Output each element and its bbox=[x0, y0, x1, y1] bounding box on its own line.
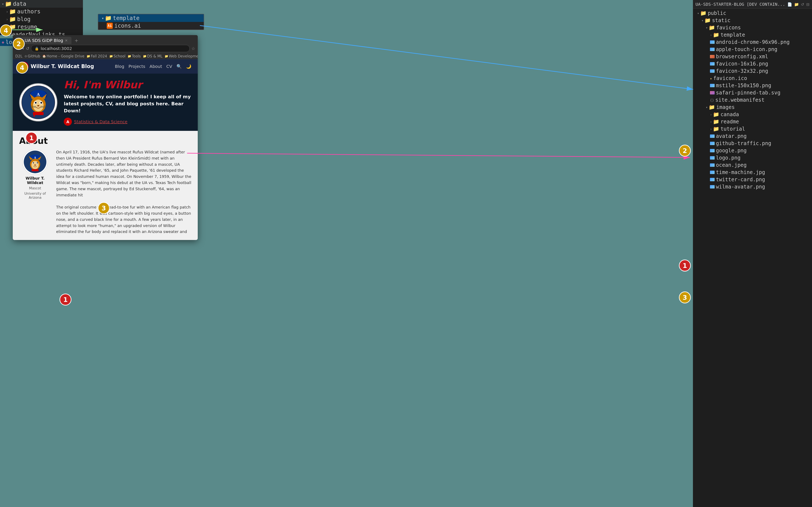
svg-line-34 bbox=[187, 153, 690, 158]
blog-folder[interactable]: › 📁 blog bbox=[0, 15, 83, 23]
svg-text:A: A bbox=[37, 92, 40, 97]
search-icon[interactable]: 🔍 bbox=[177, 64, 182, 69]
github-traffic-file[interactable]: github-traffic.png bbox=[693, 140, 812, 147]
nav-projects[interactable]: Projects bbox=[128, 64, 145, 69]
svg-point-30 bbox=[34, 164, 36, 166]
bookmark-github[interactable]: ⊙ GitHub bbox=[24, 54, 40, 58]
about-avatar-col: A Wilbur T. Wildcat M bbox=[19, 149, 51, 235]
theme-toggle[interactable]: 🌙 bbox=[186, 64, 191, 69]
annotation-badge-2-browser: 2 bbox=[13, 38, 25, 50]
authors-folder[interactable]: › 📁 authors bbox=[0, 8, 83, 15]
about-title: About bbox=[19, 136, 191, 146]
wilma-avatar-file[interactable]: wilma-avatar.png bbox=[693, 183, 812, 190]
annotation-badge-1-hero: 1 bbox=[25, 132, 38, 144]
svg-rect-31 bbox=[32, 169, 39, 171]
site-webmanifest-file[interactable]: {} site.webmanifest bbox=[693, 96, 812, 104]
collapse-icon[interactable]: ⊟ bbox=[806, 2, 809, 7]
android-chrome-file[interactable]: android-chrome-96x96.png bbox=[693, 39, 812, 46]
svg-point-29 bbox=[37, 162, 38, 164]
address-bar[interactable]: 🔒 localhost:3002 bbox=[31, 45, 190, 52]
data-folder[interactable]: ▾ 📁 data bbox=[0, 0, 83, 8]
template-popup: ▾ 📁 template Ai icons.ai bbox=[98, 14, 204, 30]
refresh-icon[interactable]: ↺ bbox=[801, 2, 804, 7]
ua-logo-small: A bbox=[64, 118, 72, 126]
canada-folder[interactable]: ›📁canada bbox=[693, 111, 812, 118]
svg-rect-18 bbox=[34, 113, 35, 117]
bookmark-school[interactable]: 📁 School bbox=[109, 54, 125, 58]
public-folder[interactable]: ▾📁public bbox=[693, 10, 812, 17]
hero-subtitle: Welcome to my online portfolio! I keep a… bbox=[64, 93, 191, 114]
nav-blog[interactable]: Blog bbox=[115, 64, 124, 69]
hero-section: A bbox=[13, 74, 198, 131]
about-role: Mascot bbox=[29, 186, 41, 190]
ocean-jpeg-file[interactable]: ocean.jpeg bbox=[693, 162, 812, 169]
bookmarks-bar: D2L ⊙ GitHub 🏠 Home - Google Drive 📁 Fal… bbox=[13, 53, 198, 59]
site-title: Wilbur T. Wildcat Blog bbox=[30, 63, 94, 69]
svg-point-28 bbox=[33, 162, 34, 164]
time-machine-file[interactable]: time-machine.jpg bbox=[693, 169, 812, 176]
about-avatar: A bbox=[22, 149, 48, 175]
ai-icon: Ai bbox=[107, 23, 113, 29]
safari-pinned-tab-file[interactable]: safari-pinned-tab.svg bbox=[693, 89, 812, 96]
site-logo[interactable]: A Wilbur T. Wildcat Blog bbox=[19, 62, 94, 71]
bookmark-dsml[interactable]: 📁 DS & ML bbox=[143, 54, 163, 58]
icons-ai-file[interactable]: Ai icons.ai bbox=[98, 22, 204, 30]
vscode-title-bar: UA-SDS-STARTER-BLOG [DEV CONTAIN... 📄 📁 … bbox=[693, 0, 812, 9]
vscode-title: UA-SDS-STARTER-BLOG [DEV CONTAIN... bbox=[695, 2, 785, 7]
new-folder-icon[interactable]: 📁 bbox=[794, 2, 799, 7]
avatar-png-file[interactable]: avatar.png bbox=[693, 132, 812, 140]
vscode-title-actions: 📄 📁 ↺ ⊟ bbox=[787, 2, 809, 7]
annotation-badge-1-about: 1 bbox=[60, 294, 71, 305]
nav-cv[interactable]: CV bbox=[166, 64, 172, 69]
resume-folder[interactable]: › 📁 resume bbox=[0, 23, 83, 31]
new-tab-button[interactable]: + bbox=[72, 37, 80, 44]
bookmark-tools[interactable]: 📁 Tools bbox=[128, 54, 141, 58]
site-nav: Blog Projects About CV 🔍 🌙 bbox=[115, 64, 191, 69]
left-file-explorer: ▾ 📁 data › 📁 authors › 📁 blog › 📁 resume… bbox=[0, 0, 83, 35]
template-folder-right[interactable]: ›📁template bbox=[693, 31, 812, 39]
readme-folder[interactable]: ›📁readme bbox=[693, 118, 812, 125]
svg-point-10 bbox=[35, 102, 37, 104]
tutorial-folder[interactable]: ›📁tutorial bbox=[693, 125, 812, 132]
logo-png-file[interactable]: logo.png bbox=[693, 154, 812, 162]
google-png-file[interactable]: google.png bbox=[693, 147, 812, 154]
annotation-badge-3-logo-right: 3 bbox=[679, 291, 691, 303]
bookmark-d2l[interactable]: D2L bbox=[15, 54, 22, 58]
lock-icon: 🔒 bbox=[35, 47, 39, 51]
bookmark-fall2024[interactable]: 📁 Fall 2024 bbox=[86, 54, 107, 58]
bookmark-webdev[interactable]: 📁 Web Development bbox=[165, 54, 198, 58]
favicons-folder[interactable]: ▾📁favicons bbox=[693, 24, 812, 31]
svg-line-33 bbox=[200, 25, 693, 89]
hero-badge: A Statistics & Data Science bbox=[64, 118, 191, 126]
about-text: On April 17, 1916, the UA's live mascot … bbox=[56, 149, 191, 235]
favicon-16-file[interactable]: favicon-16x16.png bbox=[693, 60, 812, 67]
browserconfig-file[interactable]: browserconfig.xml bbox=[693, 53, 812, 60]
static-folder[interactable]: ▾📁static bbox=[693, 17, 812, 24]
favicon-32-file[interactable]: favicon-32x32.png bbox=[693, 67, 812, 75]
about-name: Wilbur T. Wildcat bbox=[19, 176, 51, 185]
new-file-icon[interactable]: 📄 bbox=[787, 2, 792, 7]
annotation-badge-1-avatar-right: 1 bbox=[679, 260, 691, 272]
file-tree-right: ▾📁public ▾📁static ▾📁favicons ›📁template … bbox=[693, 9, 812, 191]
mstile-file[interactable]: mstile-150x150.png bbox=[693, 82, 812, 89]
annotation-badge-2-favicons: 2 bbox=[679, 145, 691, 157]
nav-about[interactable]: About bbox=[149, 64, 162, 69]
bookmark-star-icon[interactable]: ☆ bbox=[191, 46, 195, 51]
svg-point-12 bbox=[37, 105, 39, 106]
twitter-card-file[interactable]: twitter-card.png bbox=[693, 176, 812, 183]
tab-close-icon[interactable]: ✕ bbox=[65, 39, 68, 43]
favicon-ico-file[interactable]: ★ favicon.ico bbox=[693, 75, 812, 82]
images-folder[interactable]: ▾📁images bbox=[693, 104, 812, 111]
site-header: A Wilbur T. Wildcat Blog Blog Projects A… bbox=[13, 59, 198, 74]
about-section: About A bbox=[13, 131, 198, 240]
hero-text: Hi, I'm Wilbur Welcome to my online port… bbox=[64, 79, 191, 126]
annotation-badge-4-logo: 4 bbox=[0, 24, 12, 36]
bookmark-gdrive[interactable]: 🏠 Home - Google Drive bbox=[42, 54, 84, 58]
svg-point-11 bbox=[41, 102, 42, 104]
apple-touch-icon-file[interactable]: apple-touch-icon.png bbox=[693, 46, 812, 53]
template-folder-popup[interactable]: ▾ 📁 template bbox=[98, 14, 204, 22]
hero-title: Hi, I'm Wilbur bbox=[64, 79, 191, 91]
stats-link[interactable]: Statistics & Data Science bbox=[74, 119, 127, 124]
annotation-badge-4-sitelogo: 4 bbox=[16, 62, 28, 74]
refresh-button[interactable]: ↺ bbox=[26, 46, 29, 51]
